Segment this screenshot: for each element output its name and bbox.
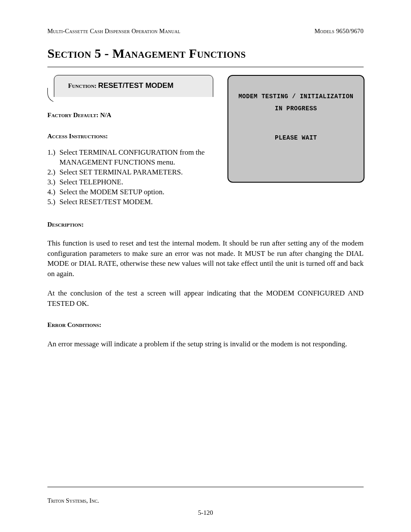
step-3: 3.) Select TELEPHONE.: [47, 177, 223, 187]
step-5-num: 5.): [47, 197, 59, 207]
screen-line-2: IN PROGRESS: [228, 105, 364, 112]
step-5: 5.) Select RESET/TEST MODEM.: [47, 197, 364, 207]
description-paragraph-2: At the conclusion of the test a screen w…: [47, 288, 364, 308]
footer-company: Triton Systems, Inc.: [47, 497, 99, 504]
step-3-num: 3.): [47, 177, 59, 187]
footer-page-number: 5-120: [0, 509, 411, 516]
step-4: 4.) Select the MODEM SETUP option.: [47, 187, 364, 197]
step-1-text: Select TERMINAL CONFIGURATION from the M…: [59, 148, 223, 168]
footer-rule: [47, 487, 364, 487]
step-2-num: 2.): [47, 168, 59, 177]
factory-default-value: N/A: [100, 112, 111, 118]
title-rule: [47, 67, 364, 67]
step-3-text: Select TELEPHONE.: [59, 177, 223, 187]
step-1-num: 1.): [47, 148, 59, 168]
factory-default-label: Factory Default:: [47, 112, 100, 118]
terminal-screen: MODEM TESTING / INITIALIZATION IN PROGRE…: [227, 75, 364, 183]
section-title: Section 5 - Management Functions: [47, 46, 364, 61]
screen-line-1: MODEM TESTING / INITIALIZATION: [228, 93, 364, 100]
step-2-text: Select SET TERMINAL PARAMETERS.: [59, 168, 223, 177]
description-label: Description:: [47, 220, 364, 229]
step-4-text: Select the MODEM SETUP option.: [59, 187, 364, 197]
step-5-text: Select RESET/TEST MODEM.: [59, 197, 364, 207]
running-header: Multi-Cassette Cash Dispenser Operation …: [47, 28, 364, 35]
screen-line-3: PLEASE WAIT: [228, 134, 364, 141]
function-title-box: Function: RESET/TEST MODEM: [47, 75, 215, 101]
left-column: Factory Default: N/A Access Instructions…: [47, 111, 223, 187]
description-paragraph-1: This function is used to reset and test …: [47, 238, 364, 279]
header-left: Multi-Cassette Cash Dispenser Operation …: [47, 28, 181, 35]
function-box-tail: [47, 88, 213, 103]
access-instructions-label: Access Instructions:: [47, 133, 223, 140]
step-1: 1.) Select TERMINAL CONFIGURATION from t…: [47, 148, 223, 168]
factory-default: Factory Default: N/A: [47, 111, 223, 119]
step-4-num: 4.): [47, 187, 59, 197]
header-right: Models 9650/9670: [314, 28, 364, 35]
error-conditions-label: Error Conditions:: [47, 320, 364, 330]
step-2: 2.) Select SET TERMINAL PARAMETERS.: [47, 168, 223, 177]
page: Multi-Cassette Cash Dispenser Operation …: [0, 0, 411, 532]
content-area: MODEM TESTING / INITIALIZATION IN PROGRE…: [47, 75, 364, 349]
full-width-area: 4.) Select the MODEM SETUP option. 5.) S…: [47, 187, 364, 349]
access-steps: 1.) Select TERMINAL CONFIGURATION from t…: [47, 148, 223, 187]
access-steps-cont: 4.) Select the MODEM SETUP option. 5.) S…: [47, 187, 364, 207]
error-conditions-paragraph: An error message will indicate a problem…: [47, 339, 364, 349]
